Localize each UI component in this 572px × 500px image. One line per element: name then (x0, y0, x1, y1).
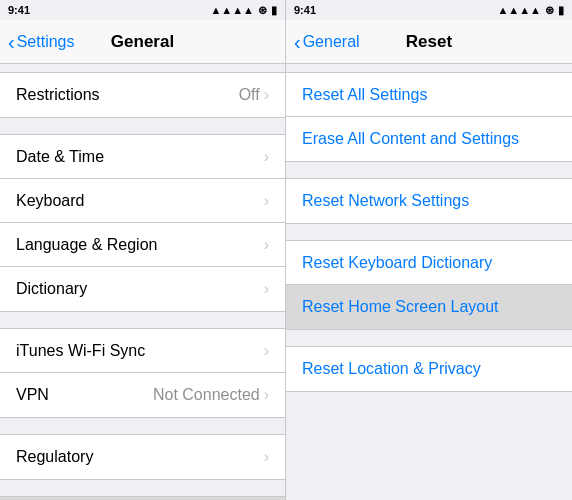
right-status-right: ▲▲▲▲ ⊛ ▮ (497, 4, 564, 17)
left-item-date-time[interactable]: Date & Time › (0, 135, 285, 179)
left-group-1: Restrictions Off › (0, 72, 285, 118)
left-item-language-region[interactable]: Language & Region › (0, 223, 285, 267)
left-nav-bar: ‹ Settings General (0, 20, 285, 64)
right-item-erase-all[interactable]: Erase All Content and Settings (286, 117, 572, 161)
left-item-vpn[interactable]: VPN Not Connected › (0, 373, 285, 417)
right-battery-icon: ▮ (558, 4, 564, 17)
itunes-wifi-label: iTunes Wi-Fi Sync (16, 342, 264, 360)
language-region-chevron-icon: › (264, 236, 269, 254)
right-back-button[interactable]: ‹ General (294, 32, 360, 52)
right-item-reset-all-settings[interactable]: Reset All Settings (286, 73, 572, 117)
right-item-reset-keyboard[interactable]: Reset Keyboard Dictionary (286, 241, 572, 285)
right-wifi-icon: ⊛ (545, 4, 554, 17)
itunes-wifi-chevron-icon: › (264, 342, 269, 360)
date-time-chevron-icon: › (264, 148, 269, 166)
reset-all-settings-label: Reset All Settings (302, 86, 427, 104)
left-group-2: Date & Time › Keyboard › Language & Regi… (0, 134, 285, 312)
vpn-label: VPN (16, 386, 153, 404)
right-signal-icon: ▲▲▲▲ (497, 4, 541, 16)
left-back-button[interactable]: ‹ Settings (8, 32, 74, 52)
vpn-chevron-icon: › (264, 386, 269, 404)
right-item-reset-location[interactable]: Reset Location & Privacy (286, 347, 572, 391)
right-back-chevron-icon: ‹ (294, 32, 301, 52)
right-item-reset-home-screen[interactable]: Reset Home Screen Layout (286, 285, 572, 329)
regulatory-label: Regulatory (16, 448, 264, 466)
date-time-label: Date & Time (16, 148, 264, 166)
reset-keyboard-label: Reset Keyboard Dictionary (302, 254, 492, 272)
left-status-right: ▲▲▲▲ ⊛ ▮ (210, 4, 277, 17)
left-item-restrictions[interactable]: Restrictions Off › (0, 73, 285, 117)
left-group-4: Regulatory › (0, 434, 285, 480)
right-nav-title: Reset (406, 32, 452, 52)
reset-location-label: Reset Location & Privacy (302, 360, 481, 378)
right-panel: 9:41 ▲▲▲▲ ⊛ ▮ ‹ General Reset Reset All … (286, 0, 572, 500)
right-group-2: Reset Network Settings (286, 178, 572, 224)
left-battery-icon: ▮ (271, 4, 277, 17)
right-list-content: Reset All Settings Erase All Content and… (286, 64, 572, 500)
vpn-value: Not Connected (153, 386, 260, 404)
right-group-1: Reset All Settings Erase All Content and… (286, 72, 572, 162)
restrictions-label: Restrictions (16, 86, 239, 104)
left-panel: 9:41 ▲▲▲▲ ⊛ ▮ ‹ Settings General Restric… (0, 0, 286, 500)
left-group-3: iTunes Wi-Fi Sync › VPN Not Connected › (0, 328, 285, 418)
keyboard-label: Keyboard (16, 192, 264, 210)
left-item-regulatory[interactable]: Regulatory › (0, 435, 285, 479)
left-list-content: Restrictions Off › Date & Time › Keyboar… (0, 64, 285, 500)
left-item-itunes-wifi[interactable]: iTunes Wi-Fi Sync › (0, 329, 285, 373)
left-status-bar: 9:41 ▲▲▲▲ ⊛ ▮ (0, 0, 285, 20)
regulatory-chevron-icon: › (264, 448, 269, 466)
reset-network-label: Reset Network Settings (302, 192, 469, 210)
left-back-chevron-icon: ‹ (8, 32, 15, 52)
language-region-label: Language & Region (16, 236, 264, 254)
left-back-label: Settings (17, 33, 75, 51)
restrictions-chevron-icon: › (264, 86, 269, 104)
dictionary-chevron-icon: › (264, 280, 269, 298)
right-time: 9:41 (294, 4, 316, 16)
left-item-dictionary[interactable]: Dictionary › (0, 267, 285, 311)
right-nav-bar: ‹ General Reset (286, 20, 572, 64)
right-group-3: Reset Keyboard Dictionary Reset Home Scr… (286, 240, 572, 330)
left-item-keyboard[interactable]: Keyboard › (0, 179, 285, 223)
left-nav-title: General (111, 32, 174, 52)
left-wifi-icon: ⊛ (258, 4, 267, 17)
right-item-reset-network[interactable]: Reset Network Settings (286, 179, 572, 223)
dictionary-label: Dictionary (16, 280, 264, 298)
keyboard-chevron-icon: › (264, 192, 269, 210)
left-signal-icon: ▲▲▲▲ (210, 4, 254, 16)
reset-home-screen-label: Reset Home Screen Layout (302, 298, 499, 316)
right-group-4: Reset Location & Privacy (286, 346, 572, 392)
restrictions-value: Off (239, 86, 260, 104)
erase-all-label: Erase All Content and Settings (302, 130, 519, 148)
left-time: 9:41 (8, 4, 30, 16)
right-back-label: General (303, 33, 360, 51)
left-group-5: Reset › (0, 496, 285, 500)
right-status-bar: 9:41 ▲▲▲▲ ⊛ ▮ (286, 0, 572, 20)
